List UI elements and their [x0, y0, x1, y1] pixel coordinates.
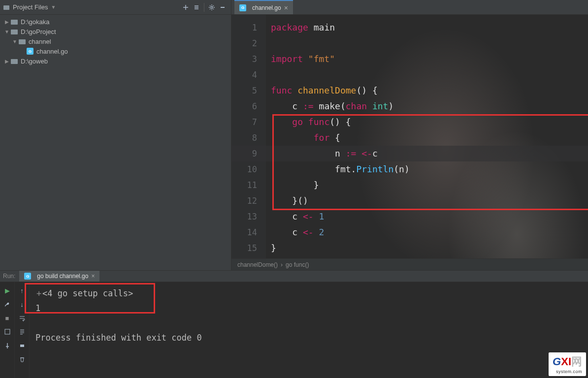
wrench-icon[interactable]	[2, 299, 13, 310]
tree-item-gokaka[interactable]: ▶D:\gokaka	[0, 17, 231, 27]
separator	[204, 3, 204, 12]
folder-icon	[11, 29, 18, 34]
annotation-box-code	[272, 114, 588, 210]
chevron-down-icon[interactable]: ▼	[11, 39, 19, 44]
code-line[interactable]: c <- 2	[271, 224, 324, 240]
close-icon[interactable]: ×	[91, 273, 95, 280]
line-number[interactable]: 9	[231, 146, 257, 161]
scroll-to-end-icon[interactable]	[17, 326, 28, 337]
line-number[interactable]: 15	[231, 240, 257, 256]
line-number[interactable]: 8	[231, 130, 257, 146]
console-line: Process finished with exit code 0	[35, 333, 202, 343]
run-toolbar-left: ▶ ■	[0, 282, 15, 378]
layout-icon[interactable]	[2, 326, 13, 337]
scroll-from-source-icon[interactable]	[180, 2, 191, 13]
svg-rect-2	[221, 7, 225, 8]
code-line[interactable]: import "fmt"	[271, 51, 335, 67]
folder-icon	[11, 58, 18, 64]
tree-item-channel[interactable]: ▼channel	[0, 36, 231, 46]
run-toolwindow-header: Run: G go build channel.go ×	[0, 270, 588, 282]
code-line[interactable]: func channelDome() {	[271, 83, 378, 98]
line-number[interactable]: 13	[231, 209, 257, 224]
line-number[interactable]: 12	[231, 193, 257, 209]
close-icon[interactable]: ×	[284, 4, 288, 12]
run-toolwindow: ▶ ■ ↑ ↓ +<4 go setup calls> 1 Process fi…	[0, 282, 588, 378]
line-number[interactable]: 7	[231, 114, 257, 130]
line-number[interactable]: 1	[231, 20, 257, 35]
svg-rect-4	[11, 30, 18, 34]
line-number[interactable]: 6	[231, 98, 257, 114]
project-sidebar: Project Files ▼ ▶D:\gokaka ▼D:\goProject…	[0, 0, 231, 270]
line-number[interactable]: 3	[231, 51, 257, 67]
tree-item-goweb[interactable]: ▶D:\goweb	[0, 56, 231, 66]
svg-rect-6	[11, 59, 18, 64]
folder-icon	[11, 19, 18, 25]
go-file-icon: G	[24, 273, 31, 280]
folder-icon	[19, 38, 26, 44]
line-number[interactable]: 11	[231, 177, 257, 193]
hide-icon[interactable]	[217, 2, 228, 13]
breadcrumb[interactable]: channelDome() › go func()	[231, 258, 588, 270]
svg-rect-5	[19, 39, 26, 44]
soft-wrap-icon[interactable]	[17, 313, 28, 323]
run-config-tab[interactable]: G go build channel.go ×	[19, 271, 99, 282]
stop-icon[interactable]: ■	[2, 313, 13, 323]
go-file-icon: G	[27, 48, 33, 55]
run-label: Run:	[3, 273, 15, 280]
sidebar-header: Project Files ▼	[0, 0, 231, 15]
annotation-box-console	[25, 283, 155, 314]
chevron-down-icon[interactable]: ▼	[3, 29, 11, 34]
print-icon[interactable]	[17, 340, 28, 351]
pin-icon[interactable]	[2, 340, 13, 351]
console-output[interactable]: +<4 go setup calls> 1 Process finished w…	[30, 282, 588, 378]
folder-icon	[3, 4, 10, 11]
sidebar-title[interactable]: Project Files ▼	[3, 3, 56, 11]
tree-item-goproject[interactable]: ▼D:\goProject	[0, 27, 231, 36]
tab-channel-go[interactable]: G channel.go ×	[234, 0, 293, 14]
editor-tabbar: G channel.go ×	[231, 0, 588, 15]
editor-area: G channel.go × 1package main23import "fm…	[231, 0, 588, 270]
line-number[interactable]: 4	[231, 67, 257, 83]
rerun-icon[interactable]: ▶	[2, 285, 13, 296]
go-file-icon: G	[239, 4, 246, 11]
line-number[interactable]: 5	[231, 83, 257, 98]
collapse-all-icon[interactable]	[191, 2, 202, 13]
code-line[interactable]: c <- 1	[271, 209, 324, 224]
trash-icon[interactable]	[17, 354, 28, 365]
watermark-logo: GXI网 system.com	[549, 352, 586, 376]
svg-rect-8	[20, 345, 24, 347]
gear-icon[interactable]	[206, 2, 217, 13]
svg-rect-3	[11, 20, 18, 25]
svg-point-1	[211, 6, 213, 8]
chevron-right-icon[interactable]: ▶	[3, 19, 11, 25]
svg-rect-7	[5, 329, 10, 334]
tree-item-channel-go[interactable]: Gchannel.go	[0, 46, 231, 56]
chevron-right-icon: ›	[281, 261, 283, 268]
breadcrumb-item[interactable]: go func()	[286, 261, 309, 268]
line-number[interactable]: 14	[231, 224, 257, 240]
line-number[interactable]: 2	[231, 35, 257, 51]
code-line[interactable]: }	[271, 240, 276, 256]
file-tree: ▶D:\gokaka ▼D:\goProject ▼channel Gchann…	[0, 15, 231, 68]
chevron-right-icon[interactable]: ▶	[3, 59, 11, 64]
code-line[interactable]: c := make(chan int)	[271, 98, 393, 114]
code-line[interactable]: package main	[271, 20, 335, 35]
breadcrumb-item[interactable]: channelDome()	[237, 261, 278, 268]
dropdown-icon: ▼	[51, 4, 56, 10]
code-editor[interactable]: 1package main23import "fmt"45func channe…	[231, 15, 588, 258]
line-number[interactable]: 10	[231, 161, 257, 177]
svg-rect-0	[3, 5, 9, 10]
